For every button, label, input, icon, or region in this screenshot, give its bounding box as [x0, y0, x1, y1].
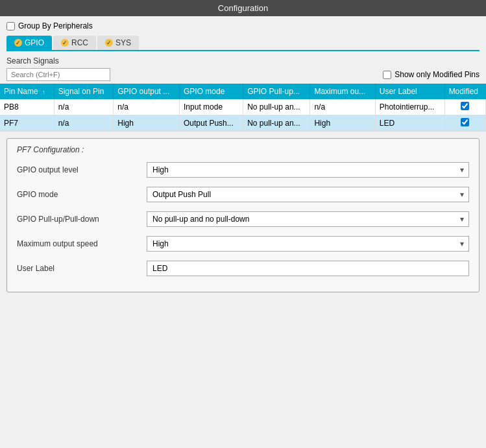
config-row-user_label: User Label — [17, 261, 469, 276]
tabs-row: ✓ GPIO ✓ RCC ✓ SYS — [6, 36, 480, 51]
table-row[interactable]: PB8n/an/aInput modeNo pull-up an...n/aPh… — [0, 99, 486, 115]
col-modified[interactable]: Modified — [444, 84, 485, 99]
col-user-label[interactable]: User Label — [375, 84, 444, 99]
cell-pin_name: PB8 — [0, 99, 54, 115]
config-row-gpio_mode: GPIO modeInput modeOutput Push PullOutpu… — [17, 187, 469, 202]
col-pin-name[interactable]: Pin Name ↑ — [0, 84, 54, 99]
col-gpio-pull[interactable]: GPIO Pull-up... — [243, 84, 310, 99]
input-user_label[interactable] — [147, 261, 469, 276]
select-gpio_output_level[interactable]: LowHigh — [147, 162, 469, 178]
search-input[interactable] — [6, 68, 110, 81]
col-gpio-mode[interactable]: GPIO mode — [180, 84, 243, 99]
group-by-checkbox[interactable] — [6, 22, 15, 30]
tab-rcc[interactable]: ✓ RCC — [53, 36, 96, 50]
search-row: Show only Modified Pins — [6, 68, 480, 81]
col-gpio-output[interactable]: GPIO output ... — [114, 84, 180, 99]
show-modified-row: Show only Modified Pins — [383, 70, 480, 79]
tab-sys[interactable]: ✓ SYS — [97, 36, 139, 50]
rcc-tab-icon: ✓ — [61, 39, 69, 47]
title-label: Configuration — [218, 3, 268, 13]
config-row-max_output_speed: Maximum output speedLowMediumHighVery Hi… — [17, 236, 469, 252]
cell-max_out: n/a — [310, 99, 375, 115]
cell-gpio_out: High — [114, 115, 180, 132]
search-section: Search Signals Show only Modified Pins — [0, 51, 486, 84]
col-signal[interactable]: Signal on Pin — [54, 84, 114, 99]
show-modified-label[interactable]: Show only Modified Pins — [395, 70, 480, 79]
config-label-user_label: User Label — [17, 264, 147, 273]
config-label-gpio_output_level: GPIO output level — [17, 165, 147, 174]
cell-pin_name: PF7 — [0, 115, 54, 132]
table-header-row: Pin Name ↑ Signal on Pin GPIO output ...… — [0, 84, 486, 99]
cell-signal: n/a — [54, 115, 114, 132]
search-label: Search Signals — [6, 56, 480, 65]
select-gpio_mode[interactable]: Input modeOutput Push PullOutput Open Dr… — [147, 187, 469, 202]
col-max-out[interactable]: Maximum ou... — [310, 84, 375, 99]
select-gpio_pull[interactable]: No pull-up and no pull-downPull-upPull-d… — [147, 211, 469, 227]
cell-max_out: High — [310, 115, 375, 132]
select-max_output_speed[interactable]: LowMediumHighVery High — [147, 236, 469, 252]
cell-gpio_out: n/a — [114, 99, 180, 115]
tab-gpio[interactable]: ✓ GPIO — [6, 36, 52, 50]
table-container: Pin Name ↑ Signal on Pin GPIO output ...… — [0, 84, 486, 132]
config-row-gpio_output_level: GPIO output levelLowHigh — [17, 162, 469, 178]
cell-user_label: Photointierrup... — [375, 99, 444, 115]
config-section-title: PF7 Configuration : — [17, 145, 469, 154]
select-wrapper-max_output_speed: LowMediumHighVery High — [147, 236, 469, 252]
pf7-config-section: PF7 Configuration : GPIO output levelLow… — [6, 138, 480, 292]
cell-modified — [444, 99, 485, 115]
cell-user_label: LED — [375, 115, 444, 132]
show-modified-checkbox[interactable] — [383, 71, 391, 79]
sys-tab-icon: ✓ — [105, 39, 113, 47]
rcc-tab-label: RCC — [71, 38, 88, 47]
sys-tab-label: SYS — [115, 38, 131, 47]
cell-gpio_mode: Output Push... — [180, 115, 243, 132]
select-wrapper-gpio_mode: Input modeOutput Push PullOutput Open Dr… — [147, 187, 469, 202]
group-by-label[interactable]: Group By Peripherals — [18, 21, 93, 30]
signals-table: Pin Name ↑ Signal on Pin GPIO output ...… — [0, 84, 486, 132]
group-by-row: Group By Peripherals — [6, 21, 480, 30]
modified-checkbox[interactable] — [461, 118, 469, 126]
table-row[interactable]: PF7n/aHighOutput Push...No pull-up an...… — [0, 115, 486, 132]
config-row-gpio_pull: GPIO Pull-up/Pull-downNo pull-up and no … — [17, 211, 469, 227]
cell-signal: n/a — [54, 99, 114, 115]
cell-gpio_pull: No pull-up an... — [243, 99, 310, 115]
title-bar: Configuration — [0, 0, 486, 16]
cell-modified — [444, 115, 485, 132]
gpio-tab-label: GPIO — [25, 38, 44, 47]
config-label-max_output_speed: Maximum output speed — [17, 239, 147, 248]
select-wrapper-gpio_pull: No pull-up and no pull-downPull-upPull-d… — [147, 211, 469, 227]
config-label-gpio_pull: GPIO Pull-up/Pull-down — [17, 215, 147, 224]
gpio-tab-icon: ✓ — [14, 39, 22, 47]
cell-gpio_pull: No pull-up an... — [243, 115, 310, 132]
config-label-gpio_mode: GPIO mode — [17, 190, 147, 199]
select-wrapper-gpio_output_level: LowHigh — [147, 162, 469, 178]
cell-gpio_mode: Input mode — [180, 99, 243, 115]
modified-checkbox[interactable] — [461, 102, 469, 110]
